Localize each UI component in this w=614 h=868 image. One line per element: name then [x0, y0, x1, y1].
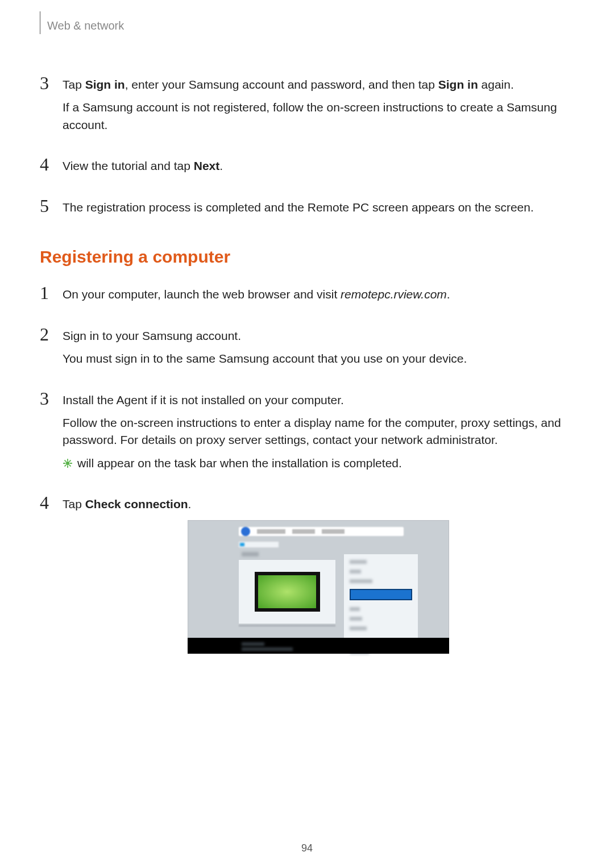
step-text: Tap Sign in, enter your Samsung account … [63, 76, 574, 93]
step-number: 3 [40, 389, 63, 478]
step-item: 2Sign in to your Samsung account.You mus… [40, 325, 574, 373]
step-item: 4View the tutorial and tap Next. [40, 155, 574, 180]
step-text: Install the Agent if it is not installed… [63, 392, 574, 409]
step-body: The registration process is completed an… [63, 197, 574, 222]
step-item: 4Tap Check connection. [40, 493, 574, 653]
step-body: On your computer, launch the web browser… [63, 284, 574, 309]
header-divider [40, 11, 40, 34]
document-page: Web & network 3Tap Sign in, enter your S… [0, 0, 614, 868]
steps-continued: 3Tap Sign in, enter your Samsung account… [40, 74, 574, 222]
step-number: 4 [40, 155, 63, 180]
step-body: View the tutorial and tap Next. [63, 155, 574, 180]
step-body: Sign in to your Samsung account.You must… [63, 325, 574, 373]
step-text: On your computer, launch the web browser… [63, 286, 574, 303]
step-text: View the tutorial and tap Next. [63, 157, 574, 175]
step-followup: Follow the on-screen instructions to ent… [63, 414, 574, 449]
remote-pc-tray-icon [63, 458, 73, 468]
step-item: 3Install the Agent if it is not installe… [40, 389, 574, 478]
step-number: 3 [40, 74, 63, 139]
step-item: 3Tap Sign in, enter your Samsung account… [40, 74, 574, 139]
step-item: 1On your computer, launch the web browse… [40, 284, 574, 309]
step-followup: If a Samsung account is not registered, … [63, 99, 574, 134]
step-followup: You must sign in to the same Samsung acc… [63, 350, 574, 367]
step-number: 5 [40, 197, 63, 222]
steps-registering: 1On your computer, launch the web browse… [40, 284, 574, 654]
step-number: 4 [40, 493, 63, 653]
step-number: 1 [40, 284, 63, 309]
step-body: Tap Check connection. [63, 493, 574, 653]
step-body: Install the Agent if it is not installed… [63, 389, 574, 478]
breadcrumb: Web & network [47, 19, 124, 32]
step-number: 2 [40, 325, 63, 373]
step-item: 5The registration process is completed a… [40, 197, 574, 222]
remote-pc-screenshot [188, 520, 449, 654]
step-icon-text: will appear on the task bar when the ins… [77, 455, 402, 472]
section-heading: Registering a computer [40, 247, 574, 267]
svg-point-0 [66, 462, 69, 465]
step-text: Sign in to your Samsung account. [63, 327, 574, 344]
step-text: The registration process is completed an… [63, 199, 574, 216]
page-number: 94 [0, 842, 614, 854]
step-text: Tap Check connection. [63, 496, 574, 513]
page-header: Web & network [40, 17, 574, 34]
step-body: Tap Sign in, enter your Samsung account … [63, 74, 574, 139]
step-icon-line: will appear on the task bar when the ins… [63, 455, 574, 472]
